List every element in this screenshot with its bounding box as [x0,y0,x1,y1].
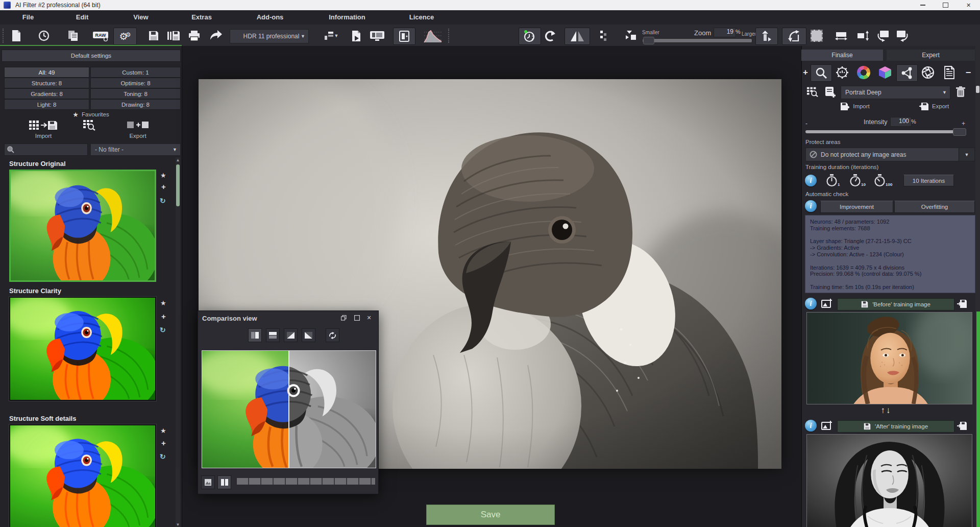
favourite-star-icon[interactable]: ★ [160,172,166,179]
maximize-button[interactable] [934,0,957,10]
before-training-image-button[interactable]: 'Before' training image [837,298,954,310]
menu-addons[interactable]: Add-ons [257,13,284,21]
category-optimise[interactable]: Optimise: 8 [90,78,181,88]
preset-filter-select[interactable]: - No filter - ▼ [90,143,181,156]
add-tool-button[interactable]: + [801,64,810,81]
zoom-slider[interactable] [642,38,752,43]
tool-zoom-button[interactable] [811,64,832,82]
category-toning[interactable]: Toning: 8 [90,88,181,99]
iterations-count-button[interactable]: 10 Iterations [903,175,954,186]
intensity-input[interactable]: 100 [890,117,912,127]
add-preset-icon[interactable]: + [161,440,166,446]
menu-extras[interactable]: Extras [191,13,212,21]
scroll-up-icon[interactable]: ▲ [176,157,180,162]
tool-color-cube-button[interactable] [875,64,895,81]
selection-button[interactable] [808,28,825,44]
preset-thumbnail-structure-soft-details[interactable] [9,424,156,527]
add-model-button[interactable] [823,85,838,99]
model-export-button[interactable]: Export [906,101,962,111]
iterations-1-button[interactable]: 1 [826,174,840,187]
after-training-image-button[interactable]: 'After' training image [837,420,954,433]
category-custom[interactable]: Custom: 1 [90,67,181,78]
comparison-option-button[interactable] [201,475,215,489]
preset-thumbnail-structure-clarity[interactable] [9,297,156,401]
iterations-100-button[interactable]: 100 [874,174,892,187]
category-light[interactable]: Light: 8 [4,99,89,110]
workspace-layout-button[interactable]: ▼ [321,28,342,44]
new-image-button[interactable] [8,28,24,44]
tool-ai-settings-button[interactable] [832,64,852,81]
sync-preset-icon[interactable]: ↻ [160,452,166,461]
collapse-panel-button[interactable] [620,28,640,44]
maximize-window-button[interactable] [352,314,362,322]
comparison-position-slider[interactable] [236,477,376,485]
zoom-input[interactable]: 19 [714,28,736,37]
transform-button[interactable] [782,28,806,45]
copy-settings-button[interactable] [64,28,82,44]
tool-color-wheel-button[interactable] [853,64,874,81]
settings-gears-button[interactable]: ⚙⚙ [113,28,137,45]
menu-edit[interactable]: Edit [76,13,89,21]
zoom-slider-thumb[interactable] [643,37,654,44]
category-gradients[interactable]: Gradients: 8 [4,88,89,99]
tool-aperture-button[interactable] [918,64,938,81]
raw-develop-button[interactable]: RAW [91,28,110,44]
preset-search-input[interactable] [4,143,88,156]
compare-refresh-button[interactable] [326,328,339,342]
training-info-icon[interactable]: i [805,175,817,186]
comparison-image[interactable] [202,350,376,468]
tool-report-button[interactable] [939,64,960,81]
overfitting-button[interactable]: Overfitting [894,201,975,213]
preset-thumbnail-structure-original[interactable] [9,170,156,282]
split-diagonal-down-button[interactable] [302,328,315,342]
save-button[interactable]: Save [426,505,555,525]
preset-grid-button[interactable] [805,85,820,99]
share-button[interactable] [205,28,226,44]
tool-neural-graph-button[interactable] [896,64,918,82]
before-info-icon[interactable]: i [805,298,817,309]
monitor-view-button[interactable] [366,28,388,44]
panel-scroll-thumb[interactable] [976,86,979,93]
protect-areas-select[interactable]: Do not protect any image areas ▼ [805,148,975,161]
sidebar-scrollbar[interactable] [176,157,180,527]
intensity-plus[interactable]: + [962,120,965,127]
sidebar-scroll-thumb[interactable] [176,164,180,206]
restore-window-button[interactable] [338,314,349,322]
intensity-minus[interactable]: - [805,120,807,127]
menu-information[interactable]: Information [329,13,365,21]
redo-button[interactable] [541,28,559,44]
save-variants-button[interactable] [164,28,183,44]
improvement-button[interactable]: Improvement [820,201,893,213]
rotate-left-button[interactable] [874,28,892,44]
menu-view[interactable]: View [133,13,148,21]
add-preset-icon[interactable]: + [161,184,166,190]
split-vertical-button[interactable] [248,328,262,342]
before-export-button[interactable] [955,298,969,310]
delete-model-button[interactable] [953,85,968,99]
save-button-toolbar[interactable] [145,28,162,44]
protect-dropdown-button[interactable]: ▼ [959,148,974,161]
resize-width-button[interactable] [832,28,850,44]
category-drawing[interactable]: Drawing: 8 [90,99,181,110]
close-button[interactable]: ✕ [957,0,980,10]
autocheck-info-icon[interactable]: i [805,200,817,212]
after-add-image-button[interactable] [820,420,835,432]
minimize-button[interactable] [911,0,934,10]
iterations-10-button[interactable]: 10 [849,174,866,187]
model-preset-select[interactable]: Portrait Deep ▼ [841,86,950,99]
intensity-slider-thumb[interactable] [953,128,966,136]
history-button[interactable] [36,28,52,44]
before-add-image-button[interactable] [820,298,835,310]
swap-before-after-button[interactable]: ↑ ↓ [875,404,896,417]
hdr-preset-select[interactable]: HDR 11 professional ▼ [230,29,309,43]
flip-horizontal-button[interactable] [565,28,590,45]
after-info-icon[interactable]: i [805,420,817,432]
tab-expert[interactable]: Expert [887,50,975,61]
fit-zoom-button[interactable] [755,28,778,45]
print-button[interactable] [185,28,203,44]
favourite-star-icon[interactable]: ★ [160,299,166,307]
filter-panel-button[interactable] [393,28,415,45]
remove-tool-button[interactable]: − [964,64,973,81]
close-comparison-button[interactable]: ✕ [364,314,374,322]
import-presets-button[interactable] [20,119,66,131]
